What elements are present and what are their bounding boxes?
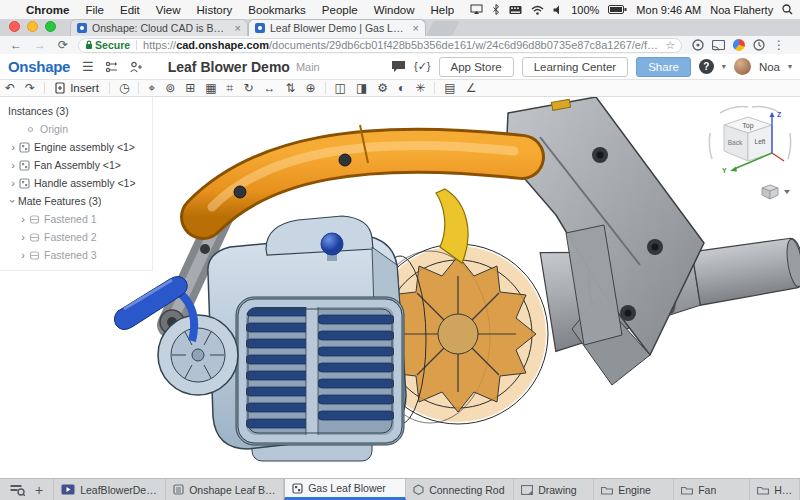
comments-icon[interactable] [391, 60, 406, 73]
menu-bookmarks[interactable]: Bookmarks [248, 4, 306, 16]
colorful-extension-icon[interactable] [733, 39, 745, 51]
expand-chevron-icon[interactable]: › [8, 141, 18, 153]
expand-chevron-icon[interactable]: › [18, 213, 28, 225]
view-cube[interactable]: Top Back Left Z Y [706, 103, 794, 203]
menu-people[interactable]: People [322, 4, 358, 16]
menu-chrome[interactable]: Chrome [26, 4, 69, 16]
tree-item-fan-assembly[interactable]: › Fan Assembly <1> [0, 156, 152, 174]
workspace-name[interactable]: Main [296, 61, 320, 73]
expand-chevron-icon[interactable]: › [8, 177, 18, 189]
menu-view[interactable]: View [156, 4, 181, 16]
tab-close-icon[interactable]: × [413, 22, 419, 34]
doc-tab-connecting-rod[interactable]: Connecting Rod [406, 479, 514, 500]
rotate-icon[interactable]: ↻ [243, 81, 253, 95]
redo-icon[interactable]: ↷ [25, 81, 35, 95]
browser-tab-onshape-home[interactable]: Onshape: Cloud CAD is Better × [70, 19, 248, 36]
doc-tab-handle-folder[interactable]: Handle [750, 479, 800, 500]
browser-tab-leaf-blower[interactable]: Leaf Blower Demo | Gas Leaf B × [248, 19, 426, 36]
expand-chevron-icon[interactable]: › [18, 231, 28, 243]
tab-close-icon[interactable]: × [235, 22, 241, 34]
user-avatar[interactable] [734, 58, 751, 75]
expand-chevron-icon[interactable]: › [18, 249, 28, 261]
keyboard-input-icon[interactable] [509, 5, 522, 15]
versions-branch-icon[interactable] [105, 61, 119, 73]
forward-button[interactable]: → [34, 38, 46, 52]
onshape-logo[interactable]: Onshape [8, 58, 70, 75]
menu-window[interactable]: Window [374, 4, 415, 16]
tree-item-engine-assembly[interactable]: › Engine assembly <1> [0, 138, 152, 156]
named-positions-icon[interactable]: ◫ [335, 81, 346, 95]
measure-icon[interactable]: ∠ [466, 81, 477, 95]
undo-icon[interactable]: ↶ [5, 81, 15, 95]
cast-icon[interactable] [712, 40, 725, 51]
tree-item-origin[interactable]: Origin [0, 120, 152, 138]
engine-assembly[interactable] [114, 216, 406, 461]
menu-edit[interactable]: Edit [120, 4, 140, 16]
collapse-chevron-icon[interactable]: › [7, 196, 19, 206]
doc-tab-gas-leaf-blower[interactable]: Gas Leaf Blower [284, 479, 406, 500]
cube-face-left[interactable]: Left [755, 138, 766, 145]
doc-tab-video[interactable]: LeafBlowerDemo.mp4 [54, 479, 166, 500]
doc-tab-drawing[interactable]: Drawing [514, 479, 594, 500]
menu-history[interactable]: History [197, 4, 233, 16]
bom-table-icon[interactable]: ▤ [444, 81, 455, 95]
chrome-menu-icon[interactable]: ⋮ [773, 38, 785, 52]
tree-item-fastened-1[interactable]: › Fastened 1 [0, 210, 152, 228]
help-button[interactable]: ? [699, 59, 714, 74]
reload-button[interactable]: ⟳ [58, 38, 68, 52]
hamburger-menu-icon[interactable]: ☰ [82, 59, 94, 74]
back-button[interactable]: ← [10, 38, 22, 52]
replicate-icon[interactable]: ⊞ [185, 81, 195, 95]
relations-icon[interactable]: ⇅ [285, 81, 295, 95]
manage-tabs-icon[interactable] [10, 484, 25, 496]
airplay-icon[interactable] [470, 4, 483, 15]
help-caret-icon[interactable]: ▾ [722, 62, 726, 71]
wifi-icon[interactable] [531, 5, 544, 15]
learning-center-button[interactable]: Learning Center [522, 57, 628, 77]
user-name[interactable]: Noa [759, 61, 780, 73]
tree-item-fastened-3[interactable]: › Fastened 3 [0, 246, 152, 264]
new-tab-button[interactable] [427, 21, 460, 36]
3d-viewport[interactable]: Instances (3) Origin › Engine assembly <… [0, 97, 800, 478]
expand-chevron-icon[interactable]: › [8, 159, 18, 171]
bluetooth-icon[interactable] [492, 4, 500, 15]
cube-face-back[interactable]: Back [728, 139, 743, 146]
new-element-button[interactable]: + [35, 482, 43, 498]
mate-features-header[interactable]: › Mate Features (3) [0, 192, 152, 210]
display-states-icon[interactable]: ◨ [356, 81, 367, 95]
history-clock-icon[interactable] [753, 39, 765, 51]
tree-item-handle-assembly[interactable]: › Handle assembly <1> [0, 174, 152, 192]
menu-file[interactable]: File [85, 4, 104, 16]
instances-header[interactable]: Instances (3) [0, 102, 152, 120]
rollback-icon[interactable]: ◷ [119, 81, 129, 95]
document-title[interactable]: Leaf Blower Demo [168, 59, 290, 75]
move-icon[interactable]: ⌗ [227, 81, 234, 95]
cube-face-top[interactable]: Top [742, 122, 753, 130]
linear-pattern-icon[interactable]: ▦ [205, 81, 216, 95]
spotlight-icon[interactable] [782, 4, 793, 15]
menu-help[interactable]: Help [431, 4, 455, 16]
doc-tab-fan-folder[interactable]: Fan [674, 479, 750, 500]
view-options-cube-icon[interactable] [762, 185, 790, 199]
menubar-clock[interactable]: Mon 9:46 AM [636, 4, 701, 16]
tree-item-fastened-2[interactable]: › Fastened 2 [0, 228, 152, 246]
insert-button[interactable]: Insert [55, 82, 99, 94]
extension-circle-icon[interactable] [692, 39, 704, 51]
snap-mode-icon[interactable]: ⊕ [306, 81, 316, 95]
exploded-view-icon[interactable]: ✳ [415, 81, 425, 95]
share-button[interactable]: Share [636, 57, 691, 77]
doc-tab-document[interactable]: Onshape Leaf Blower De... [166, 479, 284, 500]
menubar-username[interactable]: Noa Flaherty [710, 4, 773, 16]
view-cube-faces[interactable]: Top Back Left [724, 117, 772, 161]
mate-icon[interactable]: ⌖ [148, 81, 155, 95]
follow-mode-icon[interactable] [130, 61, 143, 73]
doc-tab-engine-folder[interactable]: Engine [594, 479, 674, 500]
versions-badge-icon[interactable]: {✓} [414, 60, 431, 73]
zoom-window-button[interactable] [45, 21, 56, 32]
group-icon[interactable]: ⊚ [165, 81, 175, 95]
bookmark-star-icon[interactable]: ☆ [665, 39, 675, 52]
appearance-icon[interactable]: ◐ [398, 81, 405, 95]
close-window-button[interactable] [9, 21, 20, 32]
translate-icon[interactable]: ↔ [263, 81, 275, 95]
address-bar[interactable]: Secure https:// cad.onshape.com /documen… [78, 38, 682, 53]
